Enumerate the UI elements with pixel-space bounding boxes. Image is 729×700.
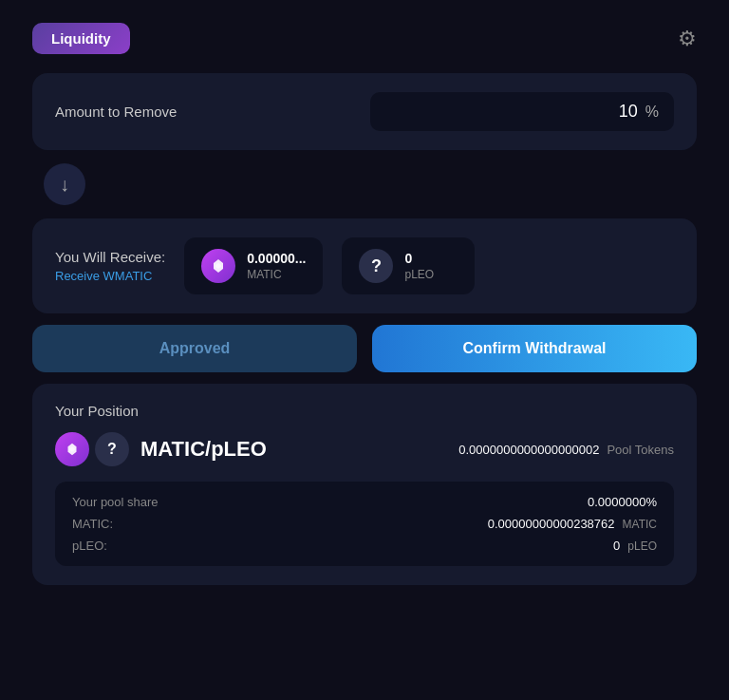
percent-label: % [645,104,659,121]
pool-share-row: Your pool share 0.0000000% [72,495,657,509]
pool-share-label: Your pool share [72,495,159,509]
pleo-value: 0 [613,539,620,553]
arrow-down-icon: ↓ [44,163,85,205]
pleo-row: pLEO: 0 pLEO [72,539,657,553]
token1-name: MATIC [247,268,306,281]
position-details: Your pool share 0.0000000% MATIC: 0.0000… [55,482,674,566]
token2-name: pLEO [404,268,434,281]
main-panel: Liquidity ⚙ Amount to Remove % ↓ You Wil… [32,19,697,585]
app-container: Liquidity ⚙ Amount to Remove % ↓ You Wil… [0,0,729,700]
approved-button[interactable]: Approved [32,325,357,372]
token1-amount: 0.00000... [247,251,306,266]
matic-value-row: 0.00000000000238762 MATIC [488,517,657,531]
arrow-wrapper: ↓ [32,161,697,207]
confirm-withdrawal-button[interactable]: Confirm Withdrawal [372,325,697,372]
position-card: Your Position ? MATIC/pLEO 0.00000000000… [32,384,697,585]
receive-wmatic-link[interactable]: Receive WMATIC [55,269,165,283]
position-icons: ? [55,432,129,466]
header-row: Liquidity ⚙ [32,19,697,62]
action-row: Approved Confirm Withdrawal [32,325,697,372]
pleo-value-row: 0 pLEO [613,539,657,553]
matic-value: 0.00000000000238762 [488,517,615,531]
position-pair-name: MATIC/pLEO [140,437,447,462]
position-pool-tokens: 0.0000000000000000002 Pool Tokens [458,443,674,457]
token1-info: 0.00000... MATIC [247,251,306,281]
amount-input[interactable] [385,102,638,122]
position-matic-icon [55,432,89,466]
matic-row: MATIC: 0.00000000000238762 MATIC [72,517,657,531]
settings-icon[interactable]: ⚙ [678,27,697,51]
pleo-icon: ? [359,249,393,283]
position-main: ? MATIC/pLEO 0.0000000000000000002 Pool … [55,432,674,466]
token2-amount: 0 [404,251,434,266]
pool-share-value: 0.0000000% [588,495,657,509]
receive-card: You Will Receive: Receive WMATIC 0.00000… [32,218,697,313]
amount-card: Amount to Remove % [32,73,697,150]
amount-row: Amount to Remove % [55,92,674,131]
position-pleo-icon: ? [95,432,129,466]
pleo-suffix: pLEO [627,539,657,553]
matic-suffix: MATIC [623,518,657,531]
pleo-label: pLEO: [72,539,107,553]
receive-title: You Will Receive: [55,249,165,265]
pool-token-label: Pool Tokens [607,443,674,457]
pool-token-value: 0.0000000000000000002 [458,443,599,457]
matic-label: MATIC: [72,517,113,531]
liquidity-badge: Liquidity [32,23,130,54]
receive-label-col: You Will Receive: Receive WMATIC [55,249,165,283]
receive-header: You Will Receive: Receive WMATIC 0.00000… [55,237,674,294]
token2-info: 0 pLEO [404,251,434,281]
position-title: Your Position [55,403,674,419]
matic-icon [201,249,235,283]
token2-box: ? 0 pLEO [342,237,475,294]
amount-input-wrapper: % [370,92,674,131]
amount-label: Amount to Remove [55,104,177,120]
token1-box: 0.00000... MATIC [184,237,323,294]
